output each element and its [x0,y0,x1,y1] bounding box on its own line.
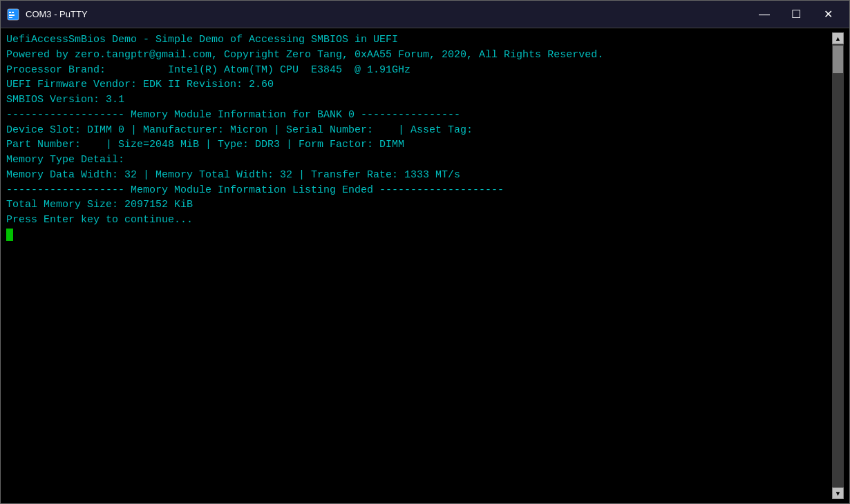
scrollbar-track[interactable] [832,44,844,487]
terminal-line: UEFI Firmware Vendor: EDK II Revision: 2… [6,77,832,93]
terminal-line: Device Slot: DIMM 0 | Manufacturer: Micr… [6,123,832,138]
window-title: COM3 - PuTTY [26,9,748,19]
cursor-line [6,228,832,243]
terminal-line: Processor Brand: Intel(R) Atom(TM) CPU E… [6,63,832,78]
svg-rect-4 [9,17,12,18]
terminal-line: Powered by zero.tangptr@gmail.com, Copyr… [6,48,832,63]
terminal-line: ------------------- Memory Module Inform… [6,183,832,198]
title-bar: COM3 - PuTTY — ☐ ✕ [1,1,849,28]
putty-icon [6,8,20,21]
window-controls: — ☐ ✕ [748,1,844,28]
terminal-line: ------------------- Memory Module Inform… [6,108,832,123]
terminal-line: Part Number: | Size=2048 MiB | Type: DDR… [6,137,832,153]
terminal-line: Press Enter key to continue... [6,213,832,228]
terminal-content: UefiAccessSmBios Demo - Simple Demo of A… [6,32,832,499]
close-button[interactable]: ✕ [812,1,844,28]
terminal-line: Memory Type Detail: [6,153,832,168]
terminal-area[interactable]: UefiAccessSmBios Demo - Simple Demo of A… [1,28,849,503]
terminal-line: Total Memory Size: 2097152 KiB [6,197,832,213]
terminal-line: UefiAccessSmBios Demo - Simple Demo of A… [6,32,832,48]
maximize-button[interactable]: ☐ [780,1,812,28]
scroll-up-button[interactable]: ▲ [832,32,844,44]
svg-rect-2 [12,12,14,13]
svg-rect-1 [9,12,11,13]
svg-rect-3 [9,14,15,16]
scroll-down-button[interactable]: ▼ [832,487,844,499]
terminal-line: Memory Data Width: 32 | Memory Total Wid… [6,168,832,183]
terminal-line: SMBIOS Version: 3.1 [6,93,832,108]
scrollbar-thumb[interactable] [833,46,843,73]
scrollbar[interactable]: ▲ ▼ [832,32,844,499]
putty-window: COM3 - PuTTY — ☐ ✕ UefiAccessSmBios Demo… [0,0,850,504]
minimize-button[interactable]: — [748,1,780,28]
cursor [6,229,13,241]
